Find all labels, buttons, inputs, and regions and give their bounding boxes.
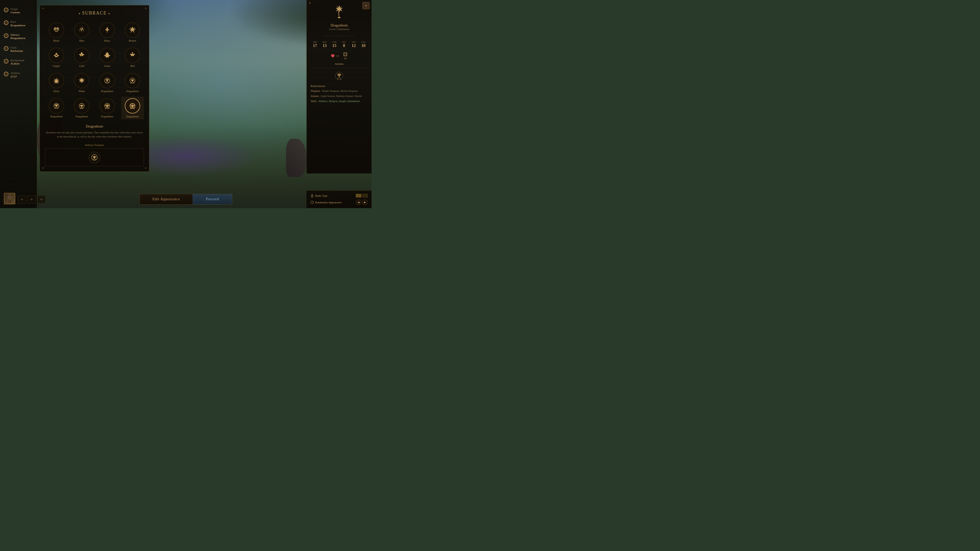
subrace-green[interactable]: Green: [96, 46, 119, 69]
dragonborn3-name: Dragonborn: [50, 115, 62, 118]
dragonborn2-name: Dragonborn: [126, 90, 138, 93]
subrace-red[interactable]: Red: [121, 46, 144, 69]
check-class: ✓: [4, 46, 8, 51]
feature-box: [45, 148, 144, 166]
silver-icon: [49, 73, 64, 88]
next-arrow[interactable]: ►: [362, 200, 368, 205]
proficiencies-icon-area: [310, 71, 368, 82]
brass-name: Brass: [104, 39, 110, 42]
char-name: Dragonborn: [310, 24, 368, 27]
stat-dex: DEX 13: [320, 41, 329, 48]
green-name: Green: [104, 65, 110, 67]
subrace-white[interactable]: White: [70, 71, 94, 94]
stat-cha: CHA 10: [359, 41, 368, 48]
dragonborn4-icon: [74, 98, 89, 114]
sidebar-item-race[interactable]: ✓ Race Dragonborn: [3, 18, 34, 29]
background-label: Background: [11, 59, 24, 62]
wis-value: 12: [349, 43, 358, 48]
subrace-copper[interactable]: Copper: [45, 46, 68, 69]
race-label: Race: [11, 20, 25, 24]
red-icon: [125, 48, 140, 63]
svg-point-1: [54, 27, 56, 30]
subrace-gold[interactable]: Gold: [70, 46, 94, 69]
subrace-dragonborn-3[interactable]: Dragonborn: [45, 97, 68, 119]
str-label: STR: [310, 41, 319, 43]
subrace-blue[interactable]: Blue: [70, 21, 94, 44]
subrace-bronze[interactable]: Bronze: [121, 21, 144, 44]
armour-value: Light Armour, Medium Armour, Shields: [321, 95, 362, 97]
stats-header: Dragonborn Level 1 Barbarian: [310, 4, 368, 30]
randomise-label: Randomise Appearance: [310, 200, 342, 204]
prev-arrow[interactable]: ◄: [356, 200, 361, 205]
subrace-brass[interactable]: Brass: [96, 21, 119, 44]
subrace-dragonborn-5[interactable]: Dragonborn: [96, 97, 119, 119]
proceed-button[interactable]: Proceed: [192, 194, 232, 205]
svg-point-13: [133, 105, 134, 106]
dragonborn6-icon: [125, 98, 140, 114]
dragonborn1-name: Dragonborn: [101, 90, 113, 93]
body-type-toggles[interactable]: [356, 194, 368, 197]
brass-icon: [100, 22, 115, 38]
hp-bonus: +1: [336, 54, 339, 57]
svg-point-18: [312, 194, 313, 196]
dex-label: DEX: [320, 41, 329, 43]
svg-point-12: [131, 105, 132, 106]
black-name: Black: [53, 39, 59, 42]
subrace-sublabel: Dragonborn: [11, 37, 25, 40]
svg-text:+1: +1: [332, 56, 334, 57]
close-button[interactable]: ×: [363, 2, 369, 9]
hp-actions: +1 +1 14: [310, 52, 368, 60]
gold-name: Gold: [79, 65, 84, 67]
subrace-dragonborn-4[interactable]: Dragonborn: [70, 97, 94, 119]
dragonborn2-icon: [125, 73, 140, 88]
white-name: White: [79, 90, 85, 93]
stat-int: INT 8: [340, 41, 348, 48]
subrace-black[interactable]: Black: [45, 21, 68, 44]
origin-label: Origin: [11, 7, 20, 11]
svg-point-3: [56, 55, 57, 56]
check-subrace: ✓: [4, 33, 8, 38]
sidebar-item-abilities[interactable]: ✓ Abilities 27/27: [3, 69, 34, 80]
body-type-label: Body Type: [310, 194, 328, 197]
gold-icon: [74, 48, 89, 63]
randomise-row: Randomise Appearance ◄ ►: [310, 200, 368, 205]
subrace-dragonborn-1[interactable]: Dragonborn: [96, 71, 119, 94]
origin-sublabel: Custom: [11, 11, 20, 14]
svg-rect-15: [338, 17, 340, 18]
stat-con: CON 15: [330, 41, 339, 48]
green-icon: [100, 48, 115, 63]
svg-point-9: [106, 105, 107, 106]
skills-value: Athletics, Religion, Insight, Intimidati…: [318, 100, 360, 103]
subrace-features: Subrace Features: [45, 143, 144, 166]
check-abilities: ✓: [4, 72, 8, 76]
description-text: Ravenites have no tails and a hearty phy…: [45, 130, 144, 139]
sidebar-item-background[interactable]: ✓ Background Acolyte: [3, 56, 34, 67]
armour-prof: Armour - Light Armour, Medium Armour, Sh…: [310, 94, 368, 98]
class-sublabel: Barbarian: [11, 49, 23, 52]
subrace-silver[interactable]: Silver: [45, 71, 68, 94]
sidebar: ✓ Origin Custom ✓ Race Dragonborn ✓ Subr…: [0, 0, 37, 208]
background-sublabel: Acolyte: [11, 62, 24, 65]
body-toggle-1[interactable]: [356, 194, 361, 197]
description-title: Dragonborn: [45, 124, 144, 129]
skills-prof: Skills - Athletics, Religion, Insight, I…: [310, 99, 368, 103]
nav-arrows[interactable]: ◄ ►: [356, 200, 368, 205]
edit-appearance-button[interactable]: Edit Appearance: [140, 194, 193, 205]
sidebar-item-class[interactable]: ✓ Class Barbarian: [3, 44, 34, 54]
body-toggle-2[interactable]: [362, 194, 368, 197]
ornament-1: ─────────────────: [310, 35, 368, 37]
subrace-panel: ✦ ✦ ✦ ✦ Subrace Black: [40, 5, 149, 171]
dragonborn5-icon: [100, 98, 115, 114]
proficiency-title: Proficiencies: [310, 84, 368, 87]
subrace-dragonborn-6[interactable]: Dragonborn: [121, 97, 144, 119]
sidebar-item-subrace[interactable]: ✓ Subrace Dragonborn: [3, 31, 34, 41]
cha-label: CHA: [359, 41, 368, 43]
char-class: Level 1 Barbarian: [310, 27, 368, 30]
black-icon: [49, 22, 64, 38]
weapon-icon: [310, 4, 368, 21]
hp-max: 14: [344, 57, 347, 60]
red-name: Red: [130, 65, 135, 67]
subrace-dragonborn-2[interactable]: Dragonborn: [121, 71, 144, 94]
sidebar-item-origin[interactable]: ✓ Origin Custom: [3, 5, 34, 16]
stat-wis: WIS 12: [349, 41, 358, 48]
